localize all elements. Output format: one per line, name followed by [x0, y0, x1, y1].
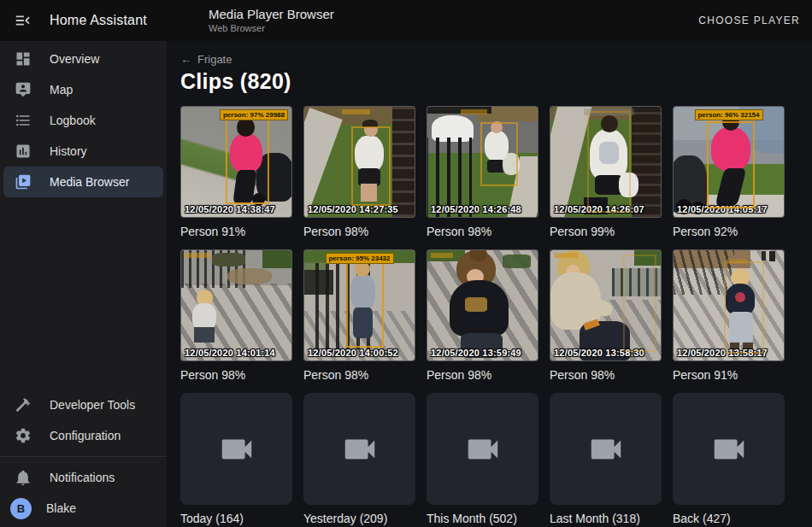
sidebar-item-notifications[interactable]: Notifications — [3, 462, 163, 493]
folder-thumbnail[interactable] — [303, 393, 415, 505]
media-player-header: Media Player Browser Web Browser — [209, 7, 334, 34]
sidebar-divider — [0, 456, 167, 457]
sidebar-spacer — [0, 197, 167, 389]
folder-thumbnail[interactable] — [673, 393, 785, 505]
clip-timestamp: 12/05/2020 14:38:47 — [185, 204, 275, 214]
clip-card[interactable]: 12/05/2020 14:26:07 Person 99% — [550, 106, 662, 239]
page-title: Clips (820) — [180, 69, 812, 94]
bell-icon — [13, 467, 33, 488]
sidebar-item-configuration[interactable]: Configuration — [3, 420, 163, 451]
user-name: Blake — [46, 501, 76, 515]
gear-icon — [13, 425, 33, 446]
clip-thumbnail[interactable]: 12/05/2020 14:26:07 — [550, 106, 662, 218]
clip-thumbnail[interactable]: 12/05/2020 14:27:35 — [303, 106, 415, 218]
clip-card[interactable]: person: 95% 23432 12/05/2020 14:00:52 Pe… — [303, 249, 415, 383]
detection-bounding-box — [724, 261, 763, 354]
clip-thumbnail[interactable]: 12/05/2020 13:58:30 — [550, 249, 662, 361]
detection-bounding-box — [351, 126, 390, 206]
list-bulleted-icon — [13, 110, 33, 131]
clips-grid: person: 97% 29988 12/05/2020 14:38:47 Pe… — [180, 106, 812, 527]
folder-card-back[interactable]: Back (427) — [673, 393, 785, 526]
folder-label: Yesterday (209) — [303, 511, 415, 526]
sidebar-item-label: Developer Tools — [50, 398, 135, 412]
clip-caption: Person 91% — [673, 367, 785, 383]
clip-card[interactable]: person: 97% 29988 12/05/2020 14:38:47 Pe… — [180, 106, 292, 239]
detection-bounding-box — [346, 259, 384, 347]
sidebar: Overview Map Logbook History — [0, 41, 167, 527]
detection-bounding-box — [587, 111, 632, 213]
clip-card[interactable]: 12/05/2020 14:01:14 Person 98% — [180, 249, 292, 383]
video-camera-icon — [586, 430, 626, 469]
folder-card-yesterday[interactable]: Yesterday (209) — [303, 393, 415, 526]
clip-card[interactable]: 12/05/2020 13:59:49 Person 98% — [427, 249, 538, 383]
clip-thumbnail[interactable]: person: 96% 32154 12/05/2020 14:05:17 — [673, 106, 785, 218]
hammer-icon — [13, 395, 33, 415]
folder-thumbnail[interactable] — [427, 393, 538, 505]
sidebar-item-logbook[interactable]: Logbook — [3, 105, 163, 136]
breadcrumb-back-frigate[interactable]: ← Frigate — [180, 51, 232, 67]
detection-label: person: 96% 32154 — [694, 109, 762, 120]
tooltip-account-icon — [13, 79, 33, 100]
clip-photo — [427, 107, 538, 217]
clip-thumbnail[interactable]: 12/05/2020 14:01:14 — [180, 249, 292, 361]
clip-card[interactable]: 12/05/2020 13:58:30 Person 98% — [550, 249, 662, 383]
detection-label: person: 97% 29988 — [220, 109, 288, 120]
folder-label: Back (427) — [673, 511, 785, 526]
detection-bounding-box — [707, 121, 756, 208]
clip-photo — [674, 250, 784, 360]
video-camera-icon — [217, 430, 256, 469]
detection-bounding-box — [226, 114, 270, 203]
clip-timestamp: 12/05/2020 13:59:49 — [431, 348, 521, 358]
sidebar-item-label: Media Browser — [50, 175, 129, 189]
clip-card[interactable]: 12/05/2020 14:26:48 Person 98% — [427, 106, 538, 239]
folder-card-last-month[interactable]: Last Month (318) — [550, 393, 662, 526]
clip-photo — [181, 107, 291, 217]
clip-caption: Person 98% — [550, 367, 662, 383]
clip-timestamp: 12/05/2020 14:00:52 — [308, 348, 398, 358]
top-app-bar: Home Assistant Media Player Browser Web … — [0, 0, 812, 41]
sidebar-item-label: Overview — [50, 52, 99, 66]
clip-caption: Person 98% — [303, 367, 415, 383]
clip-thumbnail[interactable]: person: 97% 29988 12/05/2020 14:38:47 — [180, 106, 292, 218]
clip-caption: Person 99% — [550, 224, 662, 239]
sidebar-item-map[interactable]: Map — [3, 74, 163, 105]
back-arrow-icon: ← — [180, 53, 191, 66]
clip-photo — [304, 107, 415, 217]
clip-card[interactable]: 12/05/2020 14:27:35 Person 98% — [303, 106, 415, 239]
clip-thumbnail[interactable]: 12/05/2020 13:58:17 — [673, 249, 785, 361]
view-dashboard-icon — [13, 49, 33, 69]
detection-label: person: 95% 23432 — [325, 253, 393, 264]
sidebar-item-media-browser[interactable]: Media Browser — [3, 167, 163, 197]
folder-card-this-month[interactable]: This Month (502) — [427, 393, 538, 526]
sidebar-item-label: Notifications — [50, 471, 115, 484]
clip-photo — [550, 107, 661, 217]
clip-timestamp: 12/05/2020 14:01:14 — [185, 348, 275, 358]
folder-thumbnail[interactable] — [180, 393, 292, 505]
clip-caption: Person 98% — [180, 367, 292, 383]
clip-card[interactable]: person: 96% 32154 12/05/2020 14:05:17 Pe… — [673, 106, 785, 239]
folder-label: Today (164) — [180, 511, 292, 526]
clip-thumbnail[interactable]: person: 95% 23432 12/05/2020 14:00:52 — [303, 249, 415, 361]
clip-card[interactable]: 12/05/2020 13:58:17 Person 91% — [673, 249, 785, 383]
choose-player-button[interactable]: CHOOSE PLAYER — [698, 15, 800, 26]
sidebar-item-profile[interactable]: B Blake — [3, 493, 163, 524]
clip-caption: Person 98% — [303, 224, 415, 239]
clip-timestamp: 12/05/2020 14:26:48 — [431, 204, 521, 214]
folder-card-today[interactable]: Today (164) — [180, 393, 292, 526]
sidebar-item-label: History — [50, 144, 87, 158]
folder-label: Last Month (318) — [550, 511, 662, 526]
sidebar-item-developer-tools[interactable]: Developer Tools — [3, 389, 163, 420]
clip-thumbnail[interactable]: 12/05/2020 14:26:48 — [427, 106, 538, 218]
clip-caption: Person 92% — [673, 224, 785, 239]
sidebar-item-history[interactable]: History — [3, 136, 163, 167]
folder-thumbnail[interactable] — [550, 393, 662, 505]
sidebar-item-overview[interactable]: Overview — [3, 44, 163, 74]
play-box-multiple-icon — [13, 172, 33, 192]
clip-thumbnail[interactable]: 12/05/2020 13:59:49 — [427, 249, 538, 361]
menu-toggle-button[interactable] — [12, 9, 34, 32]
clip-photo — [304, 250, 415, 360]
detection-bounding-box — [623, 255, 656, 352]
clip-photo — [181, 250, 291, 360]
sidebar-item-label: Configuration — [50, 429, 121, 442]
app-title: Home Assistant — [50, 13, 147, 28]
